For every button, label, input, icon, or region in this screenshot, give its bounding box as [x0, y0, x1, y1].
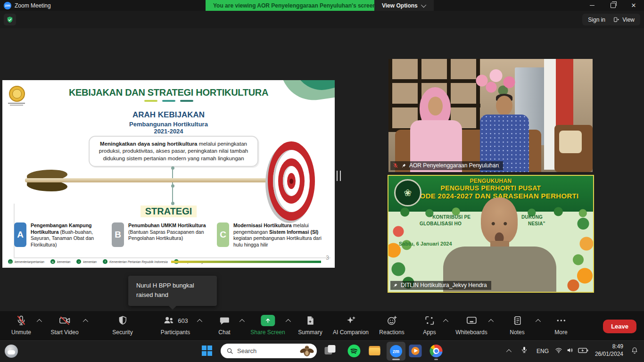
view-options-label: View Options [382, 2, 418, 9]
minimize-icon [590, 5, 594, 6]
zoom-meeting-window: zm Zoom Meeting You are viewing AOR Peny… [0, 0, 644, 362]
window-controls: ✕ [582, 0, 644, 11]
policy-text-box: Meningkatkan daya saing hortikultura mel… [89, 136, 258, 167]
tooltip-line1: Nurul H BPP bungkal [136, 281, 217, 290]
wifi-button[interactable] [554, 346, 563, 354]
zoom-taskbar-icon-active[interactable]: zm [387, 342, 405, 361]
chat-button[interactable]: Chat [218, 315, 230, 336]
participant-man-face [496, 96, 512, 115]
video-tile-ditlin[interactable]: PENGUKUHAN PENGURUS PERHORTI PUSAT PERIO… [388, 175, 594, 293]
clock-date: 26/01/2024 [595, 350, 623, 358]
more-dots-icon [555, 315, 567, 326]
social-instagram: ◻kementerianpertanian [8, 259, 44, 264]
sign-in-label: Sign in [588, 16, 605, 23]
start-video-button[interactable]: Start Video [50, 315, 78, 336]
pin-icon [393, 283, 398, 288]
video-participant-name: DITLIN Hortikultura_Jekvy Hendra [401, 282, 487, 288]
event-subtitle-fragment: NESIA” [528, 221, 545, 226]
ai-companion-label: AI Companion [333, 329, 369, 336]
shared-screen-slide: KEBIJAKAN DAN STRATEGI HORTIKULTURA ARAH… [2, 80, 335, 268]
ai-companion-button[interactable]: AI Companion [333, 315, 369, 336]
video-tile-aor[interactable]: AOR Penyelenggaraan Penyuluhan [388, 59, 593, 172]
social-spotify: ≋kementan [50, 259, 71, 264]
perhorti-logo: ❀ [394, 179, 421, 206]
chrome-icon [428, 343, 445, 359]
video-options-chevron[interactable] [83, 319, 88, 324]
connector-dot [171, 184, 174, 188]
leave-button[interactable]: Leave [603, 320, 636, 333]
footer-gradient-bar [171, 261, 321, 263]
wifi-icon [554, 346, 563, 354]
task-view-button[interactable] [324, 345, 337, 357]
strategy-chip-c: C [217, 222, 229, 247]
security-button[interactable]: Security [112, 315, 132, 336]
panel-resize-handle[interactable] [337, 171, 341, 181]
chrome-taskbar-icon[interactable] [430, 345, 443, 357]
fruit-decoration-right [560, 212, 593, 292]
restore-button[interactable] [603, 0, 623, 11]
view-grid-icon [613, 16, 619, 23]
connector-dot [171, 166, 174, 170]
view-layout-button[interactable]: View [608, 14, 640, 25]
whiteboards-button[interactable]: Whiteboards [455, 315, 487, 336]
dash-teal [162, 100, 175, 102]
notifications-button[interactable] [631, 346, 638, 354]
fruit-decoration-left [388, 216, 421, 292]
strategy-c-rest2: kegiatan pembangunan Hortikultura dari h… [233, 235, 322, 247]
instagram-icon: ◻ [8, 259, 13, 264]
tiktok-icon: ♪ [76, 259, 81, 264]
spotify-icon: ≋ [50, 259, 55, 264]
participants-icon [163, 315, 175, 326]
meeting-info-button[interactable] [4, 14, 16, 25]
search-placeholder: Search [237, 347, 256, 354]
arrow-shaft [25, 178, 292, 182]
share-options-chevron[interactable] [286, 319, 291, 324]
share-screen-button[interactable]: Share Screen [250, 315, 285, 336]
language-indicator[interactable]: ENG [537, 348, 549, 354]
weather-widget[interactable] [5, 345, 18, 358]
start-button[interactable] [202, 346, 212, 356]
view-options-button[interactable]: View Options [374, 0, 434, 11]
arah-sub1: Pembangunan Hortikultura [2, 121, 335, 128]
strategy-b-rest: (Bantuan Sapras Pascapanen dan Pengolaha… [128, 229, 204, 241]
file-explorer-icon[interactable] [369, 345, 381, 357]
minimize-button[interactable] [582, 0, 603, 11]
volume-button[interactable] [566, 346, 574, 354]
chat-bubble-icon [219, 315, 230, 326]
battery-charging-icon [578, 347, 588, 354]
taskbar-clock[interactable]: 8:49 26/01/2024 [595, 343, 623, 358]
sign-in-button[interactable]: Sign in [582, 14, 611, 25]
screen-share-banner: You are viewing AOR Penyelenggaraan Peny… [206, 0, 384, 11]
battery-button[interactable] [578, 347, 588, 354]
policy-text: Meningkatkan daya saing hortikultura mel… [94, 140, 253, 163]
spotify-taskbar-icon[interactable] [348, 345, 361, 357]
social-handle: kementan [57, 260, 71, 263]
notes-label: Notes [510, 329, 524, 336]
strategy-chip-a: A [14, 222, 26, 247]
mic-icon [520, 346, 528, 354]
summary-button[interactable]: Summary [298, 315, 322, 336]
apps-options-chevron[interactable] [443, 319, 448, 324]
strategy-text-c: Modernisasi Hortikultura melalui pengemb… [233, 222, 330, 248]
search-icon [226, 347, 233, 354]
chat-options-chevron[interactable] [239, 319, 245, 324]
apps-button[interactable]: Apps [423, 315, 436, 336]
strategy-c-bold1: Modernisasi Hortikultura [233, 222, 292, 228]
more-button[interactable]: More [554, 315, 567, 336]
notes-options-chevron[interactable] [536, 319, 541, 324]
tray-mic-button[interactable] [520, 346, 528, 354]
participants-button[interactable]: 603 Participants [161, 315, 190, 336]
participants-options-chevron[interactable] [197, 319, 202, 324]
whiteboards-options-chevron[interactable] [488, 319, 494, 324]
reactions-button[interactable]: Reactions [379, 315, 404, 336]
unmute-options-chevron[interactable] [37, 319, 42, 324]
taskbar-search[interactable]: Search [221, 344, 317, 358]
connector-line [172, 168, 173, 204]
movies-tv-icon[interactable] [409, 345, 422, 357]
unmute-button[interactable]: Unmute [11, 315, 31, 336]
meeting-toolbar: Unmute Start Video Security 603 Particip… [0, 311, 644, 340]
zoom-running-indicator [392, 359, 400, 360]
close-button[interactable]: ✕ [623, 0, 644, 11]
notes-button[interactable]: Notes [510, 315, 524, 336]
zoom-app-icon: zm [4, 2, 11, 9]
